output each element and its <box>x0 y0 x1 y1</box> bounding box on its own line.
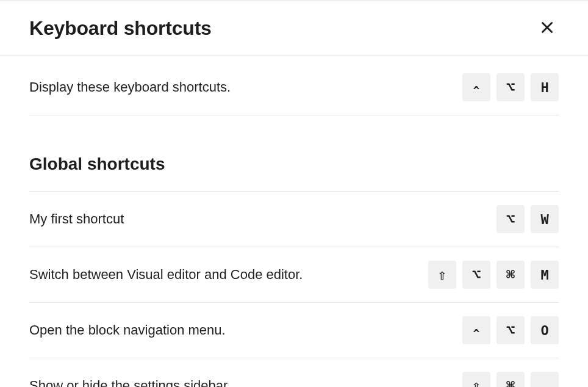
shortcut-description: Show or hide the settings sidebar. <box>29 378 231 387</box>
modal-title: Keyboard shortcuts <box>29 17 212 40</box>
key-option: ⌥ <box>497 316 525 344</box>
key-comma: , <box>531 372 559 387</box>
section-heading-global: Global shortcuts <box>29 154 559 174</box>
shortcut-row: Display these keyboard shortcuts. ^ ⌥ H <box>29 56 559 115</box>
shortcut-description: Display these keyboard shortcuts. <box>29 79 231 95</box>
key-option: ⌥ <box>462 261 490 289</box>
close-icon <box>539 20 555 37</box>
shortcut-keys: ^ ⌥ H <box>462 73 559 101</box>
key-ctrl: ^ <box>462 73 490 101</box>
key-letter: O <box>531 316 559 344</box>
key-option: ⌥ <box>497 205 525 233</box>
shortcut-keys: ^ ⌥ O <box>462 316 559 344</box>
shortcut-row: My first shortcut ⌥ W <box>29 192 559 247</box>
key-command: ⌘ <box>497 372 525 387</box>
shortcut-row: Open the block navigation menu. ^ ⌥ O <box>29 303 559 358</box>
shortcut-keys: ⌥ W <box>497 205 559 233</box>
keyboard-shortcuts-modal: Keyboard shortcuts Display these keyboar… <box>0 0 588 387</box>
shortcut-row: Show or hide the settings sidebar. ⇧ ⌘ , <box>29 358 559 387</box>
close-button[interactable] <box>536 16 559 41</box>
modal-body: Display these keyboard shortcuts. ^ ⌥ H … <box>0 56 588 387</box>
shortcut-description: Switch between Visual editor and Code ed… <box>29 267 303 283</box>
key-option: ⌥ <box>497 73 525 101</box>
shortcut-keys: ⇧ ⌥ ⌘ M <box>428 261 559 289</box>
key-shift: ⇧ <box>462 372 490 387</box>
key-letter: W <box>531 205 559 233</box>
modal-header: Keyboard shortcuts <box>0 1 588 56</box>
key-letter: H <box>531 73 559 101</box>
key-ctrl: ^ <box>462 316 490 344</box>
shortcut-keys: ⇧ ⌘ , <box>462 372 559 387</box>
shortcut-description: My first shortcut <box>29 211 124 227</box>
shortcut-description: Open the block navigation menu. <box>29 322 226 338</box>
key-shift: ⇧ <box>428 261 456 289</box>
key-letter: M <box>531 261 559 289</box>
shortcut-row: Switch between Visual editor and Code ed… <box>29 247 559 303</box>
key-command: ⌘ <box>497 261 525 289</box>
